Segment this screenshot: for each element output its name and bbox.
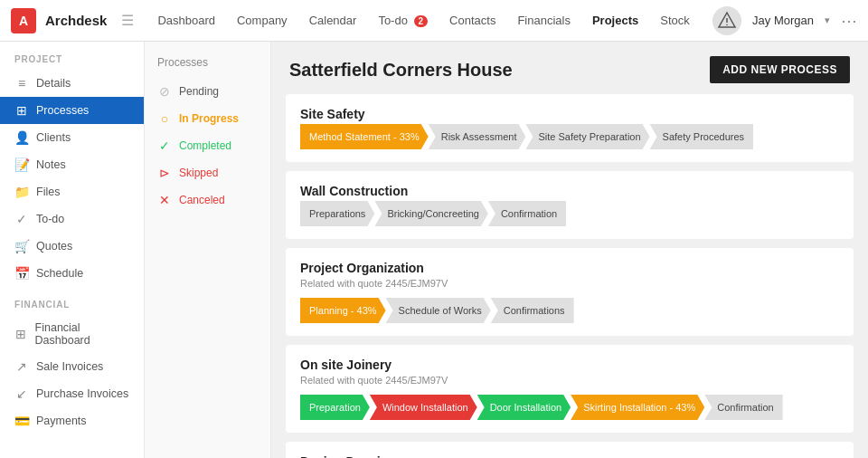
step-schedule-works[interactable]: Schedule of Works <box>386 298 491 323</box>
process-filter-canceled[interactable]: ✕ Canceled <box>145 186 270 214</box>
skipped-icon: ⊳ <box>157 166 172 180</box>
sidebar-financial-label: FINANCIAL <box>0 287 144 315</box>
process-card-joinery: On site Joinery Related with quote 2445/… <box>286 345 854 433</box>
sidebar-item-financial-dashboard-label: Financial Dashboard <box>35 321 129 347</box>
step-planning[interactable]: Planning - 43% <box>300 298 386 323</box>
avatar <box>712 6 741 35</box>
page-title: Satterfield Corners House <box>289 60 513 81</box>
sidebar-item-notes-label: Notes <box>36 158 66 171</box>
sidebar-item-quotes-label: Quotes <box>36 240 72 253</box>
layout: PROJECT ≡ Details ⊞ Processes 👤 Clients … <box>0 42 868 458</box>
pending-label: Pending <box>179 85 219 98</box>
nav-projects[interactable]: Projects <box>583 8 647 33</box>
step-confirmations[interactable]: Confirmations <box>491 298 574 323</box>
step-bricking[interactable]: Bricking/Concreeting <box>374 201 488 226</box>
add-new-process-button[interactable]: ADD NEW PROCESS <box>710 56 850 83</box>
nav-stock[interactable]: Stock <box>651 8 699 33</box>
nav-todo[interactable]: To-do 2 <box>369 8 437 33</box>
process-filter-skipped[interactable]: ⊳ Skipped <box>145 159 270 186</box>
sidebar-item-notes[interactable]: 📝 Notes <box>0 151 144 178</box>
process-card-wall-construction: Wall Construction Preparations Bricking/… <box>286 171 854 239</box>
process-sidebar-title: Processes <box>145 51 270 78</box>
process-filter-pending[interactable]: ⊘ Pending <box>145 78 270 105</box>
main-content: Satterfield Corners House ADD NEW PROCES… <box>271 42 868 458</box>
sidebar-item-purchase-invoices[interactable]: ↙ Purchase Invoices <box>0 380 144 407</box>
main-header: Satterfield Corners House ADD NEW PROCES… <box>271 42 868 94</box>
step-confirmation-joinery[interactable]: Confirmation <box>704 395 782 420</box>
app-name: Archdesk <box>45 13 107 28</box>
sidebar-item-purchase-invoices-label: Purchase Invoices <box>36 387 128 400</box>
nav-financials[interactable]: Financials <box>508 8 580 33</box>
sidebar: PROJECT ≡ Details ⊞ Processes 👤 Clients … <box>0 42 145 458</box>
process-filter-inprogress[interactable]: ○ In Progress <box>145 105 270 132</box>
sidebar-item-payments-label: Payments <box>36 415 87 427</box>
todo-icon: ✓ <box>14 212 29 226</box>
clients-icon: 👤 <box>14 130 29 145</box>
steps-joinery: Preparation Window Installation Door Ins… <box>300 395 839 420</box>
sidebar-project-label: PROJECT <box>0 42 144 70</box>
sidebar-item-processes-label: Processes <box>36 104 89 117</box>
nav-collapse-icon[interactable]: ☰ <box>121 12 134 29</box>
process-subtitle-joinery: Related with quote 2445/EJM97V <box>300 375 839 386</box>
step-window-installation[interactable]: Window Installation <box>370 395 477 420</box>
quotes-icon: 🛒 <box>14 239 29 253</box>
completed-label: Completed <box>179 139 231 152</box>
sidebar-item-sale-invoices[interactable]: ↗ Sale Invoices <box>0 353 144 380</box>
inprogress-icon: ○ <box>157 111 172 126</box>
step-site-safety-preparation[interactable]: Site Safety Preparation <box>525 124 649 149</box>
sidebar-item-clients-label: Clients <box>36 131 71 144</box>
sidebar-item-files[interactable]: 📁 Files <box>0 178 144 205</box>
topnav: A Archdesk ☰ Dashboard Company Calendar … <box>0 0 868 42</box>
todo-badge: 2 <box>414 15 429 27</box>
step-risk-assessment[interactable]: Risk Assessment <box>429 124 526 149</box>
schedule-icon: 📅 <box>14 266 29 281</box>
nav-company[interactable]: Company <box>228 8 297 33</box>
step-confirmation-wall[interactable]: Confirmation <box>488 201 566 226</box>
sidebar-item-financial-dashboard[interactable]: ⊞ Financial Dashboard <box>0 315 144 353</box>
sidebar-item-todo[interactable]: ✓ To-do <box>0 205 144 233</box>
nav-contacts[interactable]: Contacts <box>440 8 505 33</box>
financial-dashboard-icon: ⊞ <box>14 327 28 341</box>
nav-dashboard[interactable]: Dashboard <box>148 8 224 33</box>
purchase-invoices-icon: ↙ <box>14 386 29 401</box>
canceled-icon: ✕ <box>157 193 172 207</box>
process-card-project-org: Project Organization Related with quote … <box>286 248 854 336</box>
sidebar-item-sale-invoices-label: Sale Invoices <box>36 360 103 373</box>
process-filter-completed[interactable]: ✓ Completed <box>145 132 270 159</box>
process-title-site-safety: Site Safety <box>300 107 839 121</box>
steps-project-org: Planning - 43% Schedule of Works Confirm… <box>300 298 839 323</box>
sidebar-item-todo-label: To-do <box>36 213 64 225</box>
sidebar-item-schedule[interactable]: 📅 Schedule <box>0 260 144 287</box>
process-title-design-drawings: Design Drawings <box>300 454 839 458</box>
sidebar-item-schedule-label: Schedule <box>36 267 83 280</box>
sidebar-item-processes[interactable]: ⊞ Processes <box>0 97 144 124</box>
sidebar-item-details[interactable]: ≡ Details <box>0 70 144 97</box>
step-door-installation[interactable]: Door Installation <box>477 395 571 420</box>
processes-icon: ⊞ <box>14 103 29 118</box>
step-preparation-joinery[interactable]: Preparation <box>300 395 370 420</box>
canceled-label: Canceled <box>179 194 225 206</box>
nav-calendar[interactable]: Calendar <box>300 8 366 33</box>
process-card-site-safety: Site Safety Method Statement - 33% Risk … <box>286 94 854 162</box>
sidebar-item-payments[interactable]: 💳 Payments <box>0 407 144 434</box>
skipped-label: Skipped <box>179 167 218 179</box>
topnav-links: Dashboard Company Calendar To-do 2 Conta… <box>148 8 712 33</box>
step-preparations[interactable]: Preparations <box>300 201 374 226</box>
step-safety-procedures[interactable]: Safety Procedures <box>650 124 754 149</box>
files-icon: 📁 <box>14 185 29 199</box>
payments-icon: 💳 <box>14 414 29 428</box>
process-title-project-org: Project Organization <box>300 261 839 275</box>
topnav-menu-icon[interactable]: ⋯ <box>841 11 857 31</box>
user-chevron-icon[interactable]: ▾ <box>825 14 830 26</box>
sidebar-item-clients[interactable]: 👤 Clients <box>0 124 144 151</box>
process-sidebar: Processes ⊘ Pending ○ In Progress ✓ Comp… <box>145 42 271 458</box>
process-card-design-drawings: Design Drawings Related with quote 2445/… <box>286 442 854 458</box>
svg-point-2 <box>726 24 728 25</box>
sidebar-item-quotes[interactable]: 🛒 Quotes <box>0 233 144 260</box>
process-title-joinery: On site Joinery <box>300 358 839 372</box>
steps-site-safety: Method Statement - 33% Risk Assessment S… <box>300 124 839 149</box>
step-method-statement[interactable]: Method Statement - 33% <box>300 124 429 149</box>
completed-icon: ✓ <box>157 138 172 153</box>
sale-invoices-icon: ↗ <box>14 359 29 374</box>
step-skirting-installation[interactable]: Skirting Installation - 43% <box>571 395 704 420</box>
